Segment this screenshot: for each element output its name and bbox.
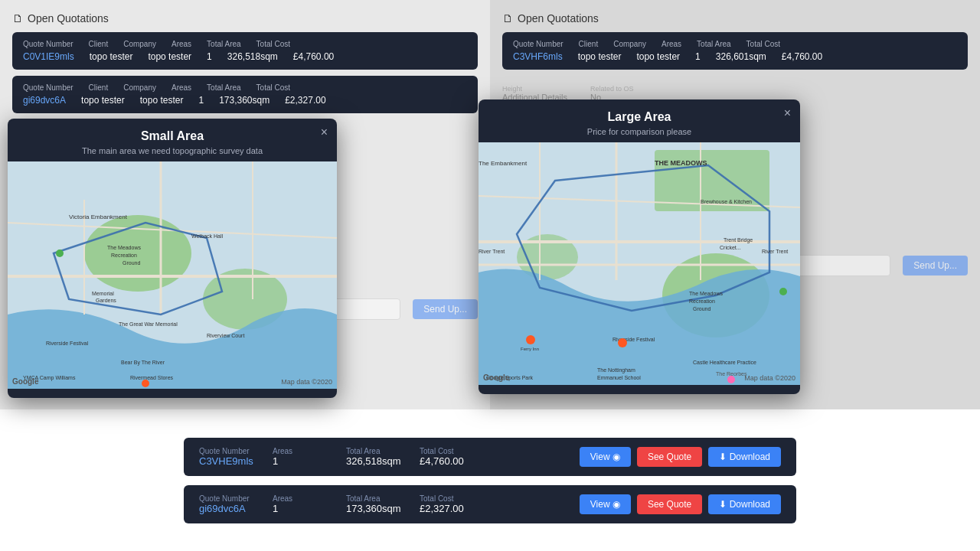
left-card-2: Quote Number Client Company Areas Total … (12, 76, 478, 113)
large-area-modal: × Large Area Price for comparison please… (479, 99, 800, 394)
svg-text:Riverside Festival: Riverside Festival (46, 341, 89, 346)
svg-text:The Great War Memorial: The Great War Memorial (119, 321, 178, 327)
svg-point-23 (142, 380, 149, 387)
svg-point-55 (526, 335, 535, 344)
view-button-2[interactable]: View ◉ (580, 494, 631, 514)
svg-text:The Meadows: The Meadows (107, 245, 141, 250)
quote-field-areas-1: Areas 1 (273, 447, 334, 467)
svg-text:Ground: Ground (122, 260, 140, 266)
left-card-1: Quote Number Client Company Areas Total … (12, 32, 478, 70)
small-area-close-button[interactable]: × (321, 126, 328, 139)
svg-text:Brewhouse & Kitchen: Brewhouse & Kitchen (701, 199, 752, 204)
svg-text:The Meadows: The Meadows (689, 291, 723, 296)
quote-field-number-1: Quote Number C3VHE9mls (199, 447, 260, 467)
view-button-1[interactable]: View ◉ (580, 447, 631, 467)
svg-text:The Reorbes: The Reorbes (716, 371, 747, 377)
quote-field-total-area-1: Total Area 326,518sqm (346, 447, 407, 467)
svg-text:Ground: Ground (693, 306, 710, 311)
quote-actions-2: View ◉ See Quote ⬇ Download (580, 494, 781, 514)
quote-field-total-cost-2: Total Cost £2,327.00 (420, 494, 481, 514)
bottom-bar: Quote Number C3VHE9mls Areas 1 Total Are… (0, 409, 980, 551)
large-area-modal-header: × Large Area Price for comparison please (479, 99, 800, 142)
svg-text:Bear By The River: Bear By The River (121, 360, 165, 366)
small-area-modal-header: × Small Area The main area we need topog… (8, 119, 337, 161)
large-area-close-button[interactable]: × (784, 107, 791, 119)
quote-field-total-area-2: Total Area 173,360sqm (346, 494, 407, 514)
svg-text:Memorial: Memorial (92, 291, 114, 296)
google-watermark-small: Google (12, 377, 38, 386)
document-icon: 🗋 (12, 12, 23, 24)
svg-text:Recreation: Recreation (111, 253, 137, 258)
svg-text:Cricket...: Cricket... (720, 245, 741, 250)
svg-point-22 (56, 249, 64, 257)
svg-text:Emmanuel School: Emmanuel School (597, 375, 641, 380)
google-watermark-large: Google (483, 373, 509, 382)
small-area-modal-title: Small Area (20, 129, 325, 143)
quote-actions-1: View ◉ See Quote ⬇ Download (580, 447, 781, 467)
quote-field-number-2: Quote Number gi69dvc6A (199, 494, 260, 514)
svg-text:The Embankment: The Embankment (479, 160, 528, 167)
download-button-2[interactable]: ⬇ Download (708, 494, 781, 514)
map-data-small: Map data ©2020 (281, 378, 332, 386)
svg-text:Riverview Court: Riverview Court (207, 333, 244, 338)
svg-point-54 (779, 288, 787, 295)
send-up-button[interactable]: Send Up... (413, 299, 478, 319)
large-area-modal-title: Large Area (491, 110, 788, 124)
small-area-map: Victoria Embankment The Meadows Recreati… (8, 161, 337, 389)
document-icon-right: 🗋 (502, 12, 513, 24)
see-quote-button-2[interactable]: See Quote (637, 494, 702, 514)
send-up-button-right[interactable]: Send Up... (903, 256, 968, 276)
map-data-large: Map data ©2020 (744, 374, 795, 382)
svg-text:The Nottingham: The Nottingham (597, 367, 635, 373)
svg-text:Ferry Inn: Ferry Inn (521, 347, 539, 351)
right-panel-title: 🗋 Open Quotations (502, 12, 968, 24)
svg-point-52 (618, 338, 627, 347)
large-area-modal-subtitle: Price for comparison please (491, 127, 788, 136)
svg-text:Gardens: Gardens (96, 298, 116, 303)
small-area-modal-subtitle: The main area we need topographic survey… (20, 146, 325, 155)
quote-field-total-cost-1: Total Cost £4,760.00 (420, 447, 481, 467)
right-card-1: Quote Number Client Company Areas Total … (502, 32, 968, 70)
see-quote-button-1[interactable]: See Quote (637, 447, 702, 467)
svg-text:Castle Healthcare Practice: Castle Healthcare Practice (693, 360, 756, 365)
quote-field-areas-2: Areas 1 (273, 494, 334, 514)
small-area-modal: × Small Area The main area we need topog… (8, 119, 337, 398)
svg-text:Victoria Embankment: Victoria Embankment (69, 214, 128, 220)
left-panel-title: 🗋 Open Quotations (12, 12, 478, 24)
download-button-1[interactable]: ⬇ Download (708, 447, 781, 467)
large-area-map: THE MEADOWS The Embankment Brewhouse & K… (479, 142, 800, 385)
bottom-quote-row-1: Quote Number C3VHE9mls Areas 1 Total Are… (184, 438, 796, 476)
svg-text:THE MEADOWS: THE MEADOWS (655, 159, 707, 167)
bottom-quote-row-2: Quote Number gi69dvc6A Areas 1 Total Are… (184, 485, 796, 523)
svg-text:Recreation: Recreation (689, 298, 715, 304)
svg-text:River Trent: River Trent (762, 249, 788, 254)
svg-text:River Trent: River Trent (479, 249, 505, 254)
svg-text:Wetback Hall: Wetback Hall (191, 233, 224, 239)
svg-text:Trent Bridge: Trent Bridge (724, 237, 753, 243)
svg-point-53 (727, 376, 735, 383)
svg-text:Rivermead Stores: Rivermead Stores (130, 375, 174, 380)
